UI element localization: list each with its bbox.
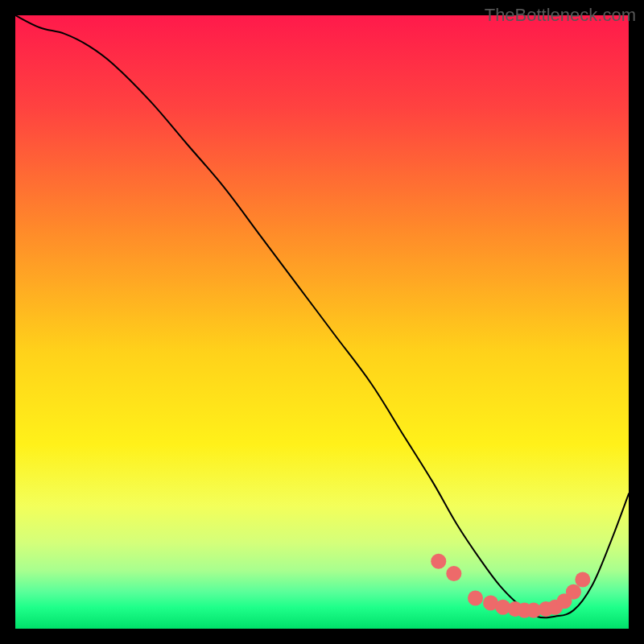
optimal-point [575, 572, 590, 588]
optimal-point [566, 584, 581, 600]
chart-dots-layer [15, 15, 629, 629]
optimal-point [446, 566, 461, 581]
optimal-point [468, 590, 483, 605]
chart-plot-area [15, 15, 629, 629]
optimal-point [431, 554, 446, 569]
site-watermark: TheBottleneck.com [485, 5, 636, 26]
